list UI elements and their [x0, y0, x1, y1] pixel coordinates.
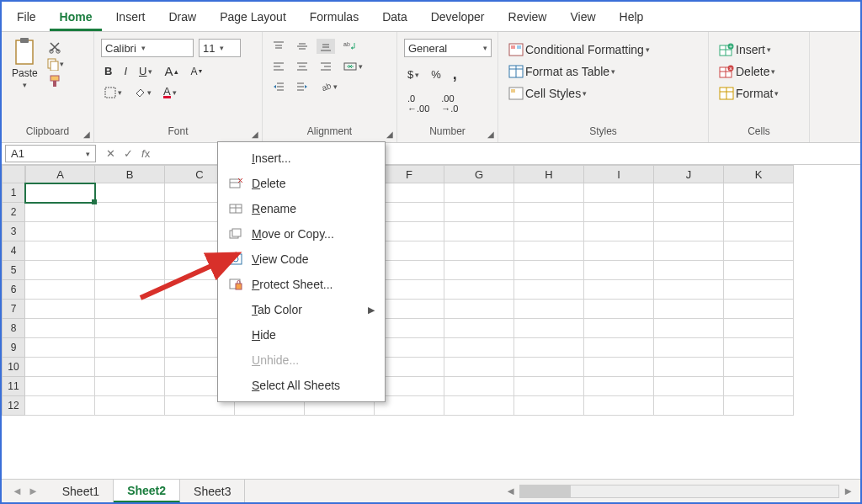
row-header[interactable]: 3 [2, 222, 25, 241]
cell[interactable] [584, 280, 654, 300]
number-format-combo[interactable]: General▾ [404, 39, 492, 57]
row-header[interactable]: 10 [2, 358, 25, 377]
font-size-combo[interactable]: 11▾ [199, 39, 241, 57]
cell[interactable] [25, 241, 95, 261]
cell[interactable] [444, 280, 514, 300]
column-header[interactable]: A [25, 165, 95, 183]
cell[interactable] [584, 396, 654, 416]
format-as-table-button[interactable]: Format as Table▾ [505, 62, 619, 81]
row-header[interactable]: 2 [2, 203, 25, 222]
cell[interactable] [724, 183, 794, 203]
cell[interactable] [724, 377, 794, 396]
dialog-launcher-icon[interactable]: ◢ [487, 130, 494, 139]
cell[interactable] [514, 300, 584, 319]
cell[interactable] [25, 183, 95, 203]
cell[interactable] [444, 300, 514, 319]
cell[interactable] [724, 222, 794, 241]
delete-cells-button[interactable]: ×Delete▾ [716, 62, 779, 81]
tab-view[interactable]: View [560, 5, 605, 31]
cell[interactable] [584, 338, 654, 358]
cell[interactable] [514, 377, 584, 396]
cell[interactable] [654, 300, 724, 319]
cell[interactable] [584, 358, 654, 377]
dialog-launcher-icon[interactable]: ◢ [386, 130, 393, 139]
cut-icon[interactable] [46, 40, 64, 54]
cell[interactable] [654, 358, 724, 377]
italic-button[interactable]: I [120, 63, 130, 79]
cell[interactable] [95, 319, 165, 338]
column-header[interactable]: I [584, 165, 654, 183]
merge-center-icon[interactable]: ▾ [340, 59, 366, 74]
cm-tab-color[interactable]: Tab Color▶ [218, 297, 385, 322]
fill-color-icon[interactable]: ▾ [130, 85, 155, 100]
column-header[interactable]: H [514, 165, 584, 183]
horizontal-scrollbar[interactable]: ◄ ► [245, 480, 860, 502]
cell[interactable] [654, 396, 724, 416]
cell[interactable] [95, 300, 165, 319]
align-middle-icon[interactable] [293, 39, 311, 54]
cell[interactable] [724, 358, 794, 377]
cell[interactable] [724, 280, 794, 300]
percent-icon[interactable]: % [428, 66, 444, 82]
tab-review[interactable]: Review [498, 5, 557, 31]
conditional-formatting-button[interactable]: Conditional Formatting▾ [505, 40, 653, 59]
tab-developer[interactable]: Developer [421, 5, 495, 31]
cell[interactable] [25, 280, 95, 300]
cell[interactable] [95, 338, 165, 358]
bold-button[interactable]: B [101, 63, 115, 79]
paste-button[interactable]: Paste ▾ [8, 35, 41, 91]
cm-rename[interactable]: Rename [218, 196, 385, 221]
name-box[interactable]: A1▾ [5, 145, 96, 162]
cell[interactable] [95, 377, 165, 396]
cell[interactable] [95, 358, 165, 377]
cell[interactable] [95, 280, 165, 300]
cell[interactable] [654, 280, 724, 300]
increase-indent-icon[interactable] [293, 79, 311, 94]
cell[interactable] [724, 241, 794, 261]
cell[interactable] [444, 183, 514, 203]
cm-protect-sheet[interactable]: Protect Sheet... [218, 272, 385, 297]
cell[interactable] [584, 261, 654, 280]
tab-insert[interactable]: Insert [105, 5, 155, 31]
cm-select-all-sheets[interactable]: Select All Sheets [218, 373, 385, 398]
cell[interactable] [25, 319, 95, 338]
column-header[interactable]: K [724, 165, 794, 183]
comma-icon[interactable]: , [450, 64, 460, 85]
format-painter-icon[interactable] [46, 74, 64, 88]
row-header[interactable]: 12 [2, 396, 25, 416]
sheet-nav-prev-icon[interactable]: ◄ [12, 485, 23, 497]
align-top-icon[interactable] [269, 39, 288, 54]
cancel-formula-icon[interactable]: ✕ [106, 147, 115, 160]
cell[interactable] [444, 377, 514, 396]
dialog-launcher-icon[interactable]: ◢ [252, 130, 258, 139]
tab-file[interactable]: File [7, 5, 46, 31]
cm-insert[interactable]: Insert... [218, 146, 385, 171]
worksheet-grid[interactable]: ABCDEFGHIJK 123456789101112 [2, 165, 860, 416]
tab-data[interactable]: Data [372, 5, 418, 31]
underline-button[interactable]: U▾ [136, 63, 156, 79]
cell[interactable] [584, 300, 654, 319]
insert-cells-button[interactable]: +Insert▾ [716, 40, 774, 59]
column-header[interactable]: J [654, 165, 724, 183]
cell[interactable] [514, 358, 584, 377]
cell[interactable] [654, 203, 724, 222]
cell[interactable] [444, 203, 514, 222]
cell[interactable] [95, 203, 165, 222]
cell[interactable] [654, 222, 724, 241]
tab-help[interactable]: Help [609, 5, 654, 31]
borders-icon[interactable]: ▾ [101, 85, 125, 100]
cell[interactable] [514, 203, 584, 222]
cell[interactable] [724, 300, 794, 319]
tab-pagelayout[interactable]: Page Layout [210, 5, 296, 31]
cell[interactable] [444, 358, 514, 377]
cell[interactable] [444, 396, 514, 416]
cell[interactable] [584, 222, 654, 241]
decrease-indent-icon[interactable] [269, 79, 288, 94]
cell[interactable] [444, 241, 514, 261]
cell[interactable] [25, 261, 95, 280]
cell[interactable] [584, 319, 654, 338]
fx-icon[interactable]: fx [141, 147, 150, 160]
cell[interactable] [514, 241, 584, 261]
align-center-icon[interactable] [293, 59, 311, 74]
row-header[interactable]: 4 [2, 241, 25, 261]
